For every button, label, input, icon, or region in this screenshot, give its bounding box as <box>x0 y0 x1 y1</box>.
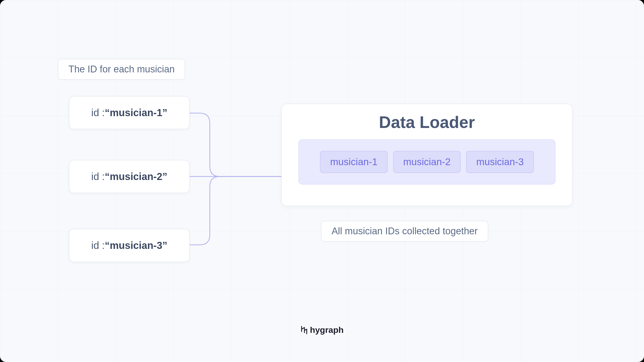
id-prefix: id : <box>91 171 105 182</box>
connector-lines <box>190 112 281 246</box>
diagram-canvas: The ID for each musician id : “musician-… <box>0 0 644 362</box>
id-value: “musician-3” <box>105 240 167 251</box>
hygraph-icon <box>300 326 307 334</box>
id-value: “musician-2” <box>105 171 167 182</box>
id-prefix: id : <box>91 107 105 118</box>
loader-title: Data Loader <box>379 113 475 132</box>
id-card: id : “musician-2” <box>69 160 190 193</box>
id-value: “musician-1” <box>105 107 167 118</box>
loader-chip: musician-2 <box>393 151 461 173</box>
brand-logo: hygraph <box>300 325 344 335</box>
label-result: All musician IDs collected together <box>321 221 488 242</box>
loader-tray: musician-1 musician-2 musician-3 <box>298 139 555 185</box>
brand-text: hygraph <box>310 325 344 335</box>
id-card: id : “musician-1” <box>69 96 190 129</box>
loader-chip: musician-1 <box>320 151 388 173</box>
data-loader-panel: Data Loader musician-1 musician-2 musici… <box>281 104 573 206</box>
label-source: The ID for each musician <box>58 59 185 80</box>
id-card: id : “musician-3” <box>69 229 190 262</box>
id-prefix: id : <box>91 240 105 251</box>
loader-chip: musician-3 <box>466 151 534 173</box>
